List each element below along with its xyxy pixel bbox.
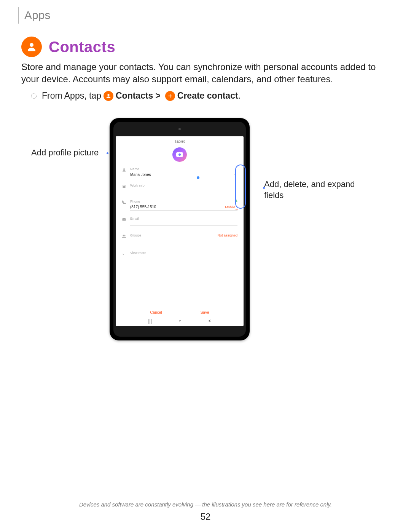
svg-rect-5 <box>124 185 125 186</box>
svg-rect-3 <box>123 185 126 188</box>
svg-point-0 <box>30 43 33 47</box>
section-title: Contacts <box>49 38 115 56</box>
breadcrumb: Apps <box>18 7 50 24</box>
person-icon <box>122 168 126 172</box>
groups-field-row[interactable]: Groups Not assigned <box>116 232 244 243</box>
work-info-row[interactable]: Work info <box>116 182 244 193</box>
step-bullet-icon <box>31 93 37 99</box>
tablet-device-frame: Tablet Name Maria Jones <box>110 118 250 340</box>
add-phone-button[interactable]: + <box>235 199 238 203</box>
home-nav-icon[interactable]: ○ <box>179 318 182 324</box>
svg-point-1 <box>107 94 109 96</box>
groups-value[interactable]: Not assigned <box>217 233 237 237</box>
expand-name-button[interactable]: ⌄ <box>233 172 237 176</box>
section-intro: Store and manage your contacts. You can … <box>21 61 390 86</box>
step-prefix: From Apps, tap <box>42 91 101 101</box>
add-profile-picture-button[interactable] <box>172 147 187 162</box>
camera-icon <box>176 152 183 157</box>
device-bezel: Tablet Name Maria Jones <box>113 122 246 337</box>
camera-dot-icon <box>178 128 181 130</box>
callout-add-profile-picture: Add profile picture <box>31 148 99 158</box>
screen-header-title: Tablet <box>116 136 244 146</box>
chevron-down-icon: ⌄ <box>122 251 126 256</box>
groups-icon <box>122 234 126 238</box>
create-contact-inline-icon <box>165 91 175 101</box>
svg-point-7 <box>123 235 124 236</box>
name-input[interactable]: Maria Jones <box>130 173 229 178</box>
svg-point-8 <box>124 235 126 236</box>
remove-phone-button[interactable]: − <box>235 206 238 212</box>
work-info-label: Work info <box>130 184 237 187</box>
contacts-app-icon <box>21 37 42 57</box>
device-screen: Tablet Name Maria Jones <box>116 136 244 326</box>
step-create-label: Create contact <box>177 91 238 101</box>
groups-label: Groups <box>130 233 142 237</box>
callout-add-delete-expand: Add, delete, and expand fields <box>264 179 355 201</box>
save-button[interactable]: Save <box>201 310 209 315</box>
contacts-inline-icon <box>104 91 113 101</box>
email-input[interactable] <box>130 222 237 226</box>
step-contacts-label: Contacts <box>116 91 153 101</box>
svg-rect-6 <box>123 218 126 221</box>
phone-icon <box>122 200 126 204</box>
name-value-text: Maria Jones <box>130 173 151 177</box>
svg-point-2 <box>123 168 125 170</box>
back-nav-icon[interactable]: < <box>209 318 211 324</box>
view-more-label: View more <box>130 251 146 255</box>
instruction-step: From Apps, tap Contacts > Create contact… <box>31 91 241 101</box>
footnote-text: Devices and software are constantly evol… <box>0 501 411 508</box>
device-camera-row <box>113 122 246 136</box>
step-caret: > <box>155 91 160 101</box>
email-icon <box>122 217 126 222</box>
step-period: . <box>238 91 241 101</box>
phone-field-row: Phone (817) 555-1510 Mobile + − <box>116 198 244 211</box>
breadcrumb-text: Apps <box>24 9 50 22</box>
recents-nav-icon[interactable]: ||| <box>148 318 151 324</box>
camera-lens-icon <box>178 153 181 156</box>
name-field-row: Name Maria Jones ⌄ <box>116 166 244 178</box>
section-title-row: Contacts <box>21 37 115 57</box>
svg-rect-4 <box>123 185 124 186</box>
page-number: 52 <box>0 511 411 522</box>
view-more-row[interactable]: ⌄ View more <box>116 249 244 261</box>
phone-input[interactable]: (817) 555-1510 <box>130 205 156 209</box>
name-label: Name <box>130 167 229 171</box>
cancel-button[interactable]: Cancel <box>150 310 162 315</box>
android-nav-bar: ||| ○ < <box>116 318 244 324</box>
text-cursor-handle[interactable] <box>197 176 199 179</box>
phone-label: Phone <box>130 200 237 203</box>
building-icon <box>122 184 126 189</box>
avatar-row <box>116 146 244 166</box>
email-label: Email <box>130 217 237 220</box>
email-field-row[interactable]: Email <box>116 215 244 227</box>
bottom-action-bar: Cancel Save <box>116 310 244 315</box>
